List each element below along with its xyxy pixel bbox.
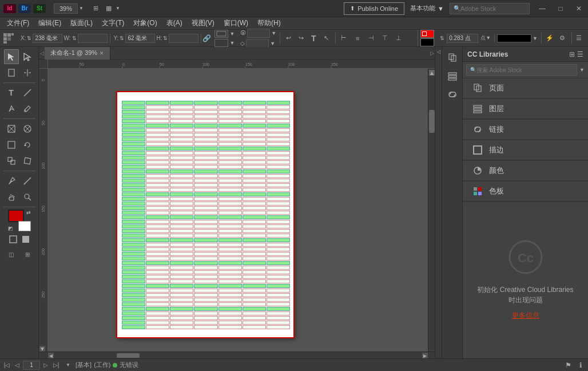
settings-icon[interactable]: ⚙ [557,33,568,44]
prev-page-btn[interactable]: ◁ [13,361,22,370]
stock-search-box[interactable]: 🔍 [450,3,530,14]
swatches-nav-item[interactable]: 色板 [463,181,588,202]
measure-tool[interactable] [20,173,35,188]
gap-tool[interactable] [20,65,35,80]
indesign-icon[interactable]: Id [3,4,16,13]
stroke-weight-arrow[interactable]: ⇅ [440,35,444,41]
document-tab[interactable]: 未命名-1 @ 39% ✕ [45,47,110,60]
background-swatch[interactable] [18,221,31,231]
menu-file[interactable]: 文件(F) [2,17,34,30]
panel-menu-icon[interactable]: ☰ [573,33,585,44]
text-cursor-btn[interactable]: T [308,33,319,44]
x-input[interactable] [33,34,62,43]
close-button[interactable]: ✕ [570,0,588,17]
align-center-btn[interactable]: ≡ [352,33,363,44]
menu-edit[interactable]: 编辑(E) [34,17,66,30]
page-number-input[interactable]: 1 [23,361,40,370]
page-tool[interactable] [4,65,19,80]
menu-help[interactable]: 帮助(H) [253,17,285,30]
y-input[interactable] [125,34,155,43]
info-icon[interactable]: ℹ [575,360,586,370]
menu-text[interactable]: 文字(T) [97,17,129,30]
extra-tool-2[interactable]: ⊞ [20,248,35,260]
h-scroll-right[interactable] [422,353,428,358]
align-left-btn[interactable]: ⊢ [338,33,349,44]
redo-button[interactable]: ↪ [295,33,307,44]
v-scroll-up[interactable] [429,70,435,76]
direct-selection-tool[interactable] [20,49,35,64]
text-tool[interactable]: T [4,85,19,100]
preview-mode-btn[interactable] [20,234,31,245]
page-size-icon[interactable] [214,30,228,38]
cursor-btn[interactable]: ↖ [320,33,332,44]
page-orient-icon[interactable] [214,39,228,47]
free-transform-tool[interactable] [20,153,35,168]
links-panel-icon[interactable] [444,86,461,103]
page-size-arrow[interactable]: ▼ [229,31,235,37]
cc-search-input[interactable] [476,67,573,73]
v-scroll-thumb[interactable] [429,110,435,133]
menu-object[interactable]: 对象(O) [129,17,161,30]
right-collapse-bar[interactable]: ◁ [435,47,442,358]
stroke-style-preview[interactable] [497,34,531,42]
h-scroll-thumb[interactable] [117,353,140,358]
y-toggle[interactable]: ⇅ [120,35,124,41]
swap-colors-icon[interactable]: ⇄ [26,210,31,215]
panel-collapse-right[interactable]: ▷ [429,47,435,60]
zoom-tool[interactable] [20,190,35,204]
cc-search-dropdown[interactable]: ▼ [579,67,585,73]
minimize-button[interactable]: — [533,0,551,17]
menu-layout[interactable]: 版面(L) [66,17,97,30]
extra-tool-1[interactable]: ◫ [4,248,19,260]
stroke-style-arrow[interactable]: ▼ [533,35,538,41]
w-input[interactable] [78,34,108,43]
next-page-btn[interactable]: ▷ [41,361,50,370]
menu-view[interactable]: 视图(V) [187,17,219,30]
cc-search-box[interactable]: 🔍 [466,64,577,76]
arrange-icon[interactable]: ▦ [103,3,114,14]
line-tool[interactable] [20,85,35,100]
zoom-dropdown-arrow[interactable]: ▼ [79,6,84,11]
shear-dropdown[interactable]: ▼ [270,41,275,46]
pen-tool[interactable] [4,101,19,116]
layers-nav-item[interactable]: 图层 [463,99,588,119]
x-toggle[interactable]: ⇅ [27,35,31,41]
distribute-btn[interactable]: ⊣ [365,33,377,44]
panel-collapse-left[interactable]: ◁ [39,47,45,60]
v-scroll-down[interactable] [39,346,45,352]
eyedropper-tool[interactable] [4,173,19,188]
error-more-info-link[interactable]: 更多信息 [512,311,539,321]
undo-button[interactable]: ↩ [283,33,294,44]
publish-online-button[interactable]: ⬆ Publish Online [344,2,404,15]
stroke-nav-item[interactable]: 描边 [463,140,588,160]
align-mid-btn[interactable]: ⊥ [393,33,404,44]
page-orient-arrow[interactable]: ▼ [229,40,235,46]
color-nav-item[interactable]: 颜色 [463,161,588,181]
stroke-weight-input[interactable] [447,34,478,43]
stock-icon[interactable]: St [33,4,46,13]
layout-dropdown[interactable]: ▼ [116,6,120,11]
rect-frame-tool[interactable] [4,121,19,136]
maximize-button[interactable]: □ [551,0,570,17]
transform-origin-icon[interactable] [2,32,15,45]
pages-nav-item[interactable]: 页面 [463,78,588,98]
menu-table[interactable]: 表(A) [162,17,187,30]
horizontal-scrollbar[interactable] [48,352,428,358]
page-dropdown-btn[interactable]: ▼ [63,360,73,370]
grid-view-icon[interactable]: ⊞ [569,50,575,58]
layout-icon[interactable]: ⊞ [90,3,102,14]
angle-input[interactable] [247,29,270,38]
constrain-btn[interactable]: 🔗 [202,34,211,42]
close-tab-icon[interactable]: ✕ [100,50,104,56]
align-top-btn[interactable]: ⊤ [379,33,391,44]
layers-panel-icon[interactable] [444,68,461,85]
first-page-btn[interactable]: |◁ [2,361,11,370]
h-scroll-left[interactable] [48,353,54,358]
default-colors-icon[interactable]: ◩ [8,226,13,231]
canvas-scroll[interactable] [48,69,428,352]
last-page-btn[interactable]: ▷| [51,361,61,370]
stroke-unit-dropdown[interactable]: 点▼ [480,34,491,42]
preflight-icon[interactable]: ⚑ [563,360,573,370]
w-toggle[interactable]: ⇅ [72,35,77,41]
angle-dropdown[interactable]: ▼ [271,30,276,36]
